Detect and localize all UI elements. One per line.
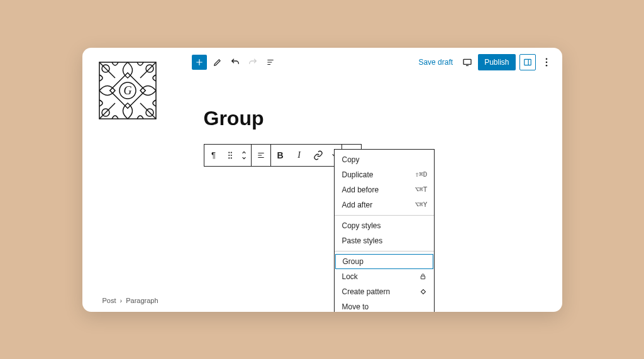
svg-point-15 — [228, 154, 230, 155]
menu-copy[interactable]: Copy — [335, 152, 434, 167]
svg-point-10 — [545, 58, 547, 60]
svg-point-11 — [545, 61, 547, 63]
chevron-right-icon — [120, 297, 123, 304]
menu-copy-styles[interactable]: Copy styles — [335, 218, 434, 233]
menu-add-before[interactable]: Add before⌥⌘T — [335, 182, 434, 197]
edit-mode-icon[interactable] — [211, 55, 225, 69]
menu-paste-styles[interactable]: Paste styles — [335, 233, 434, 248]
paragraph-block-icon[interactable]: ¶ — [204, 145, 223, 166]
document-overview-button[interactable] — [264, 55, 277, 69]
topbar-right-tools: Save draft Publish — [414, 54, 553, 70]
menu-lock[interactable]: Lock — [335, 269, 434, 284]
add-block-button[interactable] — [192, 55, 207, 70]
topbar-left-tools — [192, 55, 277, 70]
svg-rect-22 — [421, 276, 425, 279]
svg-rect-23 — [421, 289, 425, 294]
menu-group[interactable]: Group — [335, 254, 433, 269]
block-options-menu: Copy Duplicate⇧⌘D Add before⌥⌘T Add afte… — [334, 149, 435, 312]
site-logo: G — [96, 59, 159, 122]
editor-window: G — [82, 48, 562, 312]
svg-point-13 — [228, 152, 230, 153]
menu-move-to[interactable]: Move to — [335, 299, 434, 312]
lock-icon — [419, 273, 428, 280]
svg-point-14 — [230, 152, 231, 153]
publish-button[interactable]: Publish — [478, 54, 515, 70]
drag-handle-icon[interactable] — [223, 145, 237, 166]
more-options-button[interactable] — [540, 55, 553, 69]
menu-duplicate[interactable]: Duplicate⇧⌘D — [335, 167, 434, 182]
diamond-icon — [419, 288, 428, 295]
undo-button[interactable] — [228, 55, 242, 69]
svg-point-18 — [230, 157, 231, 158]
bold-button[interactable]: B — [271, 145, 290, 166]
preview-button[interactable] — [460, 55, 474, 69]
svg-rect-8 — [464, 59, 471, 64]
svg-rect-9 — [524, 59, 531, 65]
breadcrumb-leaf[interactable]: Paragraph — [126, 297, 158, 304]
breadcrumb: Post Paragraph — [103, 297, 158, 304]
post-title[interactable]: Group — [204, 107, 562, 130]
italic-button[interactable]: I — [290, 145, 309, 166]
svg-text:G: G — [123, 84, 131, 97]
breadcrumb-root[interactable]: Post — [103, 297, 116, 304]
redo-button[interactable] — [246, 55, 260, 69]
move-up-down-icon[interactable] — [237, 145, 251, 166]
align-button[interactable] — [252, 145, 270, 166]
svg-point-17 — [228, 157, 230, 158]
link-button[interactable] — [309, 145, 328, 166]
save-draft-button[interactable]: Save draft — [414, 55, 457, 69]
menu-create-pattern[interactable]: Create pattern — [335, 284, 434, 299]
settings-sidebar-toggle[interactable] — [519, 54, 536, 70]
svg-point-16 — [230, 154, 231, 155]
menu-add-after[interactable]: Add after⌥⌘Y — [335, 197, 434, 213]
svg-point-12 — [545, 64, 547, 66]
